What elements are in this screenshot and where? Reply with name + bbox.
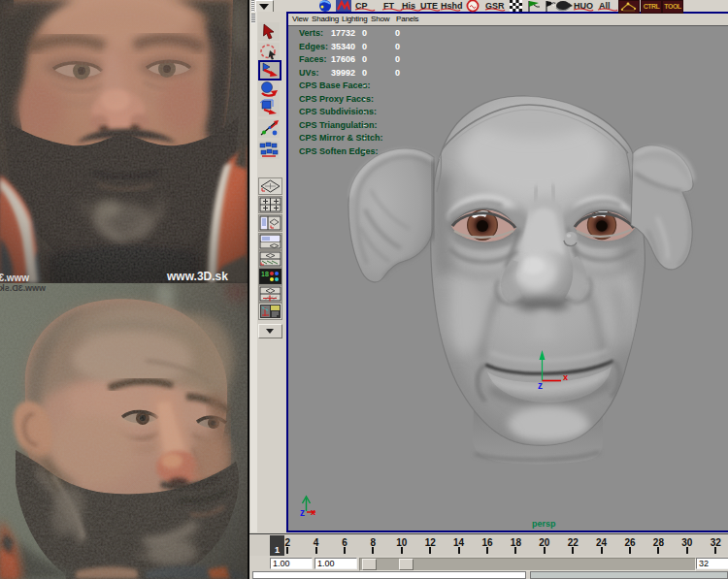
svg-text:x: x bbox=[563, 372, 568, 382]
svg-text:www.3: www.3 bbox=[0, 273, 30, 283]
svg-text:www.3D.sk: www.3D.sk bbox=[166, 270, 228, 283]
svg-text:18: 18 bbox=[261, 271, 269, 277]
svg-text:z: z bbox=[538, 380, 543, 391]
svg-text:x: x bbox=[311, 507, 315, 517]
svg-text:www.3D.sk: www.3D.sk bbox=[0, 283, 47, 293]
svg-text:z: z bbox=[300, 507, 305, 518]
